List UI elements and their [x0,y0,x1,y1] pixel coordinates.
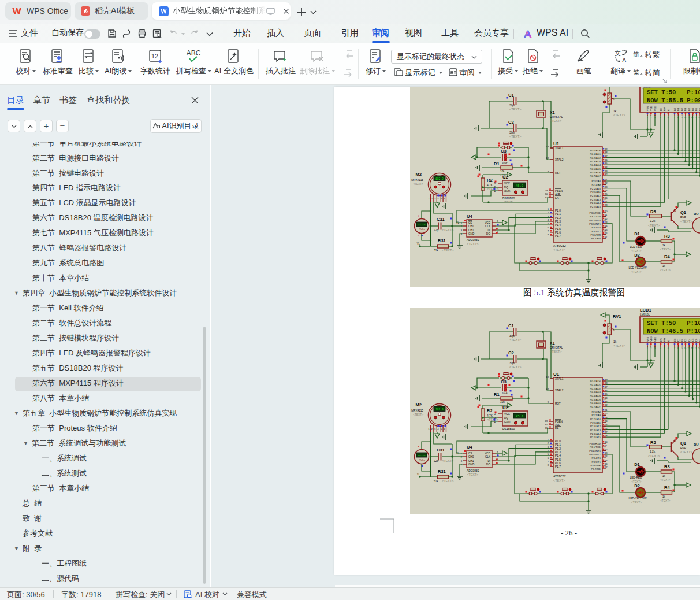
svg-text:- 26 -: - 26 - [561,528,577,537]
svg-text:图 5.1 系统仿真温度报警图: 图 5.1 系统仿真温度报警图 [523,288,625,297]
svg-text:SET T:50 P:100: SET T:50 P:100 [647,320,700,327]
svg-text:繁: 繁 [633,69,639,76]
svg-text:NOW T:55.5 P:09: NOW T:55.5 P:09 [647,97,700,104]
svg-text:简: 简 [633,51,639,58]
svg-text:文: 文 [615,50,621,57]
svg-text:NOW T:46.5 P:102: NOW T:46.5 P:102 [647,328,700,335]
svg-text:SET T:50 P:100: SET T:50 P:100 [647,89,700,96]
svg-text:12: 12 [151,53,158,60]
svg-text:ABC: ABC [186,49,200,57]
svg-text:A: A [622,57,627,64]
